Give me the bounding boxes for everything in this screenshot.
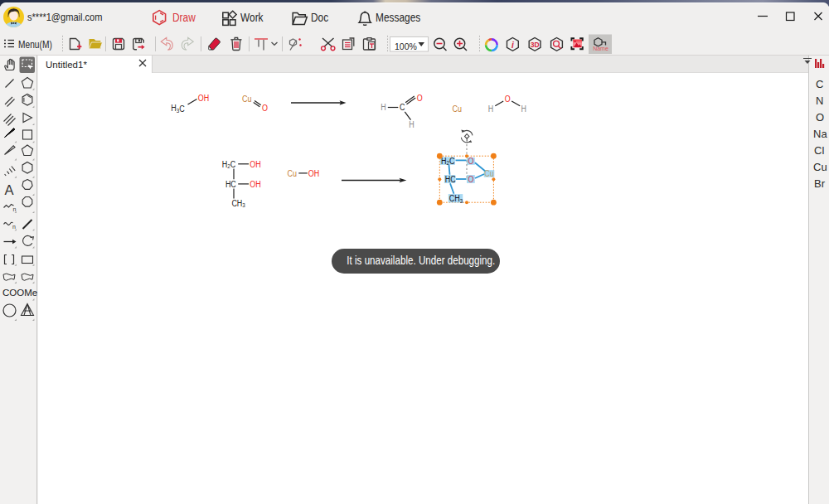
svg-text:OH: OH — [250, 179, 260, 189]
svg-text:H: H — [488, 104, 493, 114]
svg-text:CH3: CH3 — [231, 198, 245, 210]
svg-text:O: O — [417, 93, 423, 103]
svg-text:OH: OH — [250, 159, 260, 169]
svg-text:H: H — [381, 102, 385, 112]
svg-text:HC: HC — [445, 174, 456, 184]
svg-text:Cu: Cu — [242, 94, 252, 104]
svg-text:Cu: Cu — [484, 168, 494, 178]
svg-text:C: C — [400, 102, 405, 112]
svg-text:H: H — [521, 104, 526, 114]
svg-text:O: O — [468, 156, 473, 166]
svg-text:H3C: H3C — [171, 103, 185, 114]
svg-text:OH: OH — [308, 168, 319, 178]
svg-text:Cu: Cu — [452, 104, 462, 114]
svg-text:H: H — [409, 119, 414, 128]
svg-text:O: O — [505, 94, 511, 104]
svg-text:O: O — [468, 174, 473, 184]
svg-text:H2C: H2C — [222, 159, 236, 171]
svg-text:Cu: Cu — [287, 168, 297, 178]
svg-text:OH: OH — [198, 93, 209, 103]
svg-text:HC: HC — [225, 179, 236, 189]
svg-text:O: O — [262, 103, 268, 113]
